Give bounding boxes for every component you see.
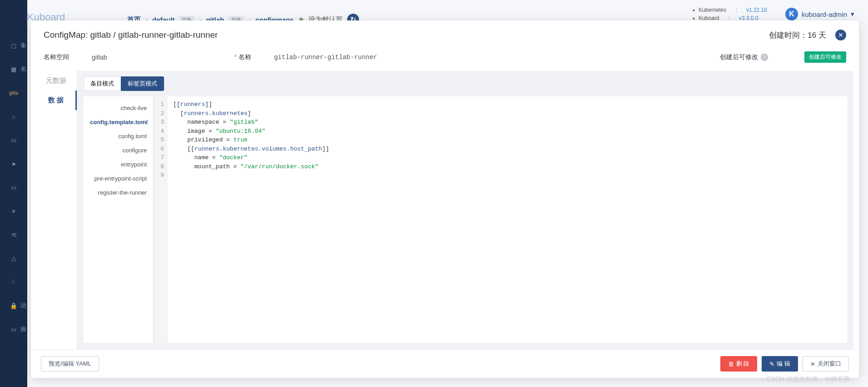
close-button[interactable]: ✕关闭窗口 [803, 356, 849, 372]
configmap-modal: ConfigMap: gitlab / gitlab-runner-gitlab… [31, 20, 859, 378]
key-item[interactable]: configure [84, 143, 153, 157]
name-label: *名称 [234, 53, 251, 61]
sidebar-icon-gitlab[interactable]: gitla [9, 88, 18, 97]
sidebar-icon-bell[interactable]: ♢ [9, 277, 18, 286]
yaml-button[interactable]: 预览/编辑 YAML [41, 356, 99, 372]
key-item[interactable]: entrypoint [84, 157, 153, 171]
section-tabs: 元数据 数 据 [36, 71, 77, 349]
sidebar-icon-send[interactable]: ➤ [9, 159, 18, 168]
close-icon: ✕ [810, 361, 815, 367]
modal-title: ConfigMap: gitlab / gitlab-runner-gitlab… [44, 30, 218, 40]
code-editor[interactable]: 123456789 [[runners]] [runners.kubernete… [154, 96, 847, 343]
key-item[interactable]: pre-entrypoint-script [84, 171, 153, 186]
sidebar-icon-folder[interactable]: ▭ [9, 136, 18, 145]
tab-metadata[interactable]: 元数据 [36, 71, 77, 90]
sidebar-icon-box[interactable]: ▭ [9, 183, 18, 192]
sidebar-icon-lock[interactable]: 🔒访 [9, 301, 18, 310]
key-item[interactable]: register-the-runner [84, 186, 153, 200]
key-list: check-live config.template.toml config.t… [84, 96, 154, 343]
editable-label: 创建后可修改? [720, 53, 768, 61]
line-numbers: 123456789 [154, 96, 168, 343]
form-row: 名称空间 gitlab *名称 gitlab-runner-gitlab-run… [31, 48, 859, 71]
sidebar-icon-home[interactable]: ⌂ [9, 112, 18, 121]
editable-badge: 创建后可修改 [804, 51, 846, 63]
mode-tabs: 条目模式 标签页模式 [77, 71, 853, 96]
namespace-label: 名称空间 [44, 53, 69, 61]
key-item[interactable]: config.toml [84, 129, 153, 143]
sidebar-icon-alert[interactable]: △ [9, 254, 18, 263]
version-info: Kubernetes:v1.22.10 Kuboard:v3.3.0.0 [693, 7, 767, 21]
key-item[interactable]: config.template.toml [84, 115, 153, 129]
tab-data[interactable]: 数 据 [36, 90, 77, 110]
namespace-value: gitlab [92, 54, 107, 61]
sidebar-icon-link[interactable]: ⟲ [9, 230, 18, 239]
sidebar-icon-ops[interactable]: ▭操 [9, 325, 18, 334]
sidebar-icon-storage[interactable]: ≡ [9, 206, 18, 216]
key-item[interactable]: check-live [84, 101, 153, 115]
name-value: gitlab-runner-gitlab-runner [274, 54, 377, 61]
sidebar-icon-cluster[interactable]: ▢集 [9, 41, 18, 50]
user-menu[interactable]: K kuboard-admin ▾ [785, 8, 854, 20]
pencil-icon: ✎ [769, 361, 774, 367]
mode-entry[interactable]: 条目模式 [84, 76, 121, 91]
info-icon[interactable]: ? [761, 54, 768, 61]
delete-button[interactable]: 🗑删 除 [720, 356, 758, 372]
close-icon[interactable]: ✕ [835, 30, 846, 40]
created-time: 创建时间：16 天 [769, 30, 826, 40]
mode-tab[interactable]: 标签页模式 [121, 76, 164, 91]
edit-button[interactable]: ✎编 辑 [762, 356, 798, 372]
trash-icon: 🗑 [728, 361, 734, 367]
sidebar-icon-namespace[interactable]: ▦名 [9, 65, 18, 74]
code-content: [[runners]] [runners.kubernetes] namespa… [168, 96, 334, 343]
user-avatar: K [785, 8, 798, 20]
sidebar: ▢集 ▦名 gitla ⌂ ▭ ➤ ▭ ≡ ⟲ △ ♢ 🔒访 ▭操 [0, 0, 27, 387]
chevron-down-icon: ▾ [851, 10, 854, 18]
